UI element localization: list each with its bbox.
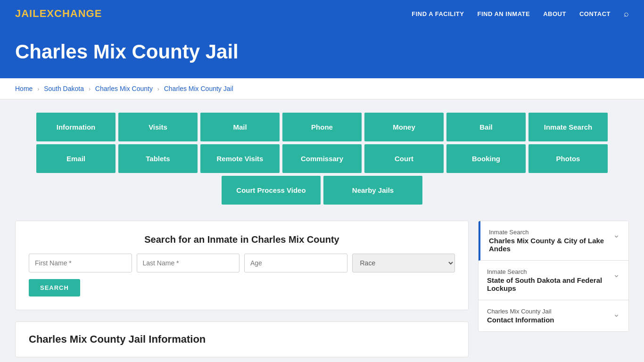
search-fields: Race White Black Hispanic Asian Native A… bbox=[29, 254, 455, 272]
breadcrumb-south-dakota[interactable]: South Dakota bbox=[44, 85, 84, 92]
sidebar-item-1-text: Inmate Search State of South Dakota and … bbox=[487, 268, 609, 292]
btn-commissary[interactable]: Commissary bbox=[282, 144, 362, 173]
category-button-grid: Information Visits Mail Phone Money Bail… bbox=[15, 113, 629, 207]
breadcrumb-sep-1: › bbox=[37, 86, 39, 92]
logo-exchange: EXCHANGE bbox=[40, 8, 102, 19]
logo-jail: JAIL bbox=[15, 8, 40, 19]
btn-booking[interactable]: Booking bbox=[446, 144, 526, 173]
breadcrumb-sep-2: › bbox=[89, 86, 91, 92]
age-input[interactable] bbox=[244, 254, 347, 272]
chevron-down-icon-1: ⌄ bbox=[613, 269, 620, 280]
breadcrumb-charles-mix-county[interactable]: Charles Mix County bbox=[95, 85, 153, 92]
search-icon[interactable]: ⌕ bbox=[624, 9, 629, 19]
sidebar-item-0-label: Inmate Search bbox=[489, 229, 609, 236]
nav-links: FIND A FACILITY FIND AN INMATE ABOUT CON… bbox=[412, 9, 629, 19]
jail-info-heading: Charles Mix County Jail Information bbox=[29, 333, 455, 346]
sidebar-item-0-text: Inmate Search Charles Mix County & City … bbox=[489, 229, 609, 253]
navbar: JAILEXCHANGE FIND A FACILITY FIND AN INM… bbox=[0, 0, 644, 27]
grid-row-3: Court Process Video Nearby Jails bbox=[15, 176, 629, 205]
sidebar-item-2-title: Contact Information bbox=[487, 316, 609, 324]
btn-nearby-jails[interactable]: Nearby Jails bbox=[323, 176, 422, 205]
nav-find-inmate[interactable]: FIND AN INMATE bbox=[477, 10, 530, 17]
btn-inmate-search[interactable]: Inmate Search bbox=[528, 113, 608, 141]
btn-money[interactable]: Money bbox=[364, 113, 444, 141]
btn-photos[interactable]: Photos bbox=[528, 144, 608, 173]
main-content: Information Visits Mail Phone Money Bail… bbox=[0, 99, 644, 362]
hero-banner: Charles Mix County Jail bbox=[0, 27, 644, 78]
sidebar-item-2[interactable]: Charles Mix County Jail Contact Informat… bbox=[479, 300, 628, 331]
btn-tablets[interactable]: Tablets bbox=[118, 144, 198, 173]
grid-row-1: Information Visits Mail Phone Money Bail… bbox=[15, 113, 629, 141]
breadcrumb-home[interactable]: Home bbox=[15, 85, 33, 92]
breadcrumb: Home › South Dakota › Charles Mix County… bbox=[0, 78, 644, 99]
nav-find-facility[interactable]: FIND A FACILITY bbox=[412, 10, 464, 17]
nav-contact[interactable]: CONTACT bbox=[579, 10, 611, 17]
chevron-down-icon-0: ⌄ bbox=[613, 230, 620, 240]
btn-court-process-video[interactable]: Court Process Video bbox=[222, 176, 321, 205]
breadcrumb-current: Charles Mix County Jail bbox=[164, 85, 233, 92]
nav-about[interactable]: ABOUT bbox=[543, 10, 566, 17]
site-logo[interactable]: JAILEXCHANGE bbox=[15, 8, 102, 20]
grid-row-2: Email Tablets Remote Visits Commissary C… bbox=[15, 144, 629, 173]
btn-phone[interactable]: Phone bbox=[282, 113, 362, 141]
search-heading: Search for an Inmate in Charles Mix Coun… bbox=[29, 234, 455, 245]
btn-court[interactable]: Court bbox=[364, 144, 444, 173]
sidebar-item-1-label: Inmate Search bbox=[487, 268, 609, 275]
sidebar-item-1[interactable]: Inmate Search State of South Dakota and … bbox=[479, 261, 628, 300]
btn-email[interactable]: Email bbox=[36, 144, 116, 173]
btn-bail[interactable]: Bail bbox=[446, 113, 526, 141]
sidebar-item-0-title: Charles Mix County & City of Lake Andes bbox=[489, 237, 609, 253]
page-title: Charles Mix County Jail bbox=[15, 41, 629, 63]
content-columns: Search for an Inmate in Charles Mix Coun… bbox=[15, 221, 629, 357]
search-button[interactable]: SEARCH bbox=[29, 279, 80, 296]
content-left: Search for an Inmate in Charles Mix Coun… bbox=[15, 221, 469, 357]
btn-information[interactable]: Information bbox=[36, 113, 116, 141]
inmate-search-section: Search for an Inmate in Charles Mix Coun… bbox=[15, 221, 469, 310]
sidebar: Inmate Search Charles Mix County & City … bbox=[478, 221, 629, 332]
btn-remote-visits[interactable]: Remote Visits bbox=[200, 144, 280, 173]
first-name-input[interactable] bbox=[29, 254, 132, 272]
btn-visits[interactable]: Visits bbox=[118, 113, 198, 141]
sidebar-card: Inmate Search Charles Mix County & City … bbox=[478, 221, 629, 332]
breadcrumb-sep-3: › bbox=[157, 86, 159, 92]
btn-mail[interactable]: Mail bbox=[200, 113, 280, 141]
chevron-down-icon-2: ⌄ bbox=[613, 309, 620, 319]
race-select[interactable]: Race White Black Hispanic Asian Native A… bbox=[352, 254, 455, 272]
sidebar-item-2-label: Charles Mix County Jail bbox=[487, 308, 609, 315]
sidebar-item-1-title: State of South Dakota and Federal Lockup… bbox=[487, 276, 609, 292]
last-name-input[interactable] bbox=[137, 254, 240, 272]
jail-info-section: Charles Mix County Jail Information bbox=[15, 321, 469, 357]
sidebar-item-0[interactable]: Inmate Search Charles Mix County & City … bbox=[479, 221, 628, 261]
sidebar-item-2-text: Charles Mix County Jail Contact Informat… bbox=[487, 308, 609, 324]
